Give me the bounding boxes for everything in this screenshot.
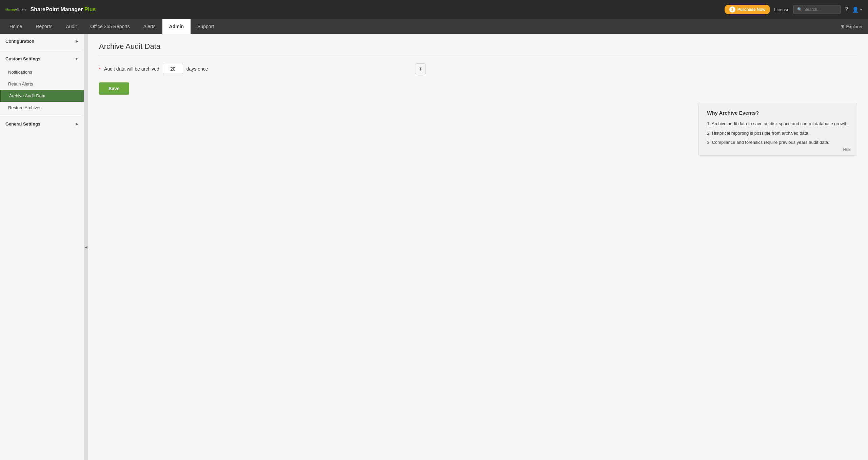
content-area: * Audit data will be archived days once … [99,63,857,156]
nav-support[interactable]: Support [191,19,221,34]
search-placeholder: Search... [804,7,821,12]
brand-manage-engine: ManageEngine [5,8,26,12]
sidebar-section-label: Configuration [5,39,34,44]
nav-alerts[interactable]: Alerts [137,19,162,34]
sidebar-item-notifications[interactable]: Notifications [0,66,84,78]
chevron-right-icon: ▶ [76,39,78,43]
sidebar-section-label: General Settings [5,121,40,127]
license-button[interactable]: License [774,7,789,12]
user-icon: 👤 [852,6,859,13]
info-item-1: 1. Archive audit data to save on disk sp… [707,120,849,127]
info-toggle-button[interactable]: ☀ [415,63,426,74]
info-panel-list: 1. Archive audit data to save on disk sp… [707,120,849,146]
navbar: Home Reports Audit Office 365 Reports Al… [0,19,868,34]
sidebar-divider-1 [0,50,84,50]
info-item-3: 3. Compliance and forensics require prev… [707,139,849,146]
sidebar-collapse-handle[interactable]: ◀ [84,34,88,460]
brand-logo: ManageEngine [5,8,26,12]
save-button[interactable]: Save [99,82,129,95]
info-panel: Why Archive Events? 1. Archive audit dat… [698,103,857,156]
sidebar-item-archive-audit-data[interactable]: Archive Audit Data [0,90,84,102]
nav-reports[interactable]: Reports [29,19,59,34]
sidebar-section-custom-settings: Custom Settings ▼ Notifications Retain A… [0,52,84,114]
explorer-button[interactable]: ⊞ Explorer [835,19,868,34]
chevron-right-icon: ▶ [76,122,78,126]
days-input[interactable] [163,64,183,74]
topbar: ManageEngine SharePoint Manager Plus $ P… [0,0,868,19]
purchase-icon: $ [729,6,735,13]
explorer-icon: ⊞ [841,24,844,29]
chevron-down-icon: ▼ [75,57,78,61]
sidebar-divider-2 [0,115,84,115]
nav-office365[interactable]: Office 365 Reports [83,19,136,34]
sidebar-items-custom-settings: Notifications Retain Alerts Archive Audi… [0,66,84,114]
collapse-arrow-icon: ◀ [85,245,87,249]
nav-admin[interactable]: Admin [162,19,191,34]
form-label: Audit data will be archived [104,66,159,72]
layout: Configuration ▶ Custom Settings ▼ Notifi… [0,34,868,460]
search-box[interactable]: 🔍 Search... [793,5,841,14]
purchase-button[interactable]: $ Purchase Now [725,5,770,14]
topbar-right: $ Purchase Now License 🔍 Search... ? 👤 ▼ [725,5,863,14]
sidebar-header-general-settings[interactable]: General Settings ▶ [0,117,84,131]
brand-title: SharePoint Manager Plus [31,6,96,13]
nav-home[interactable]: Home [3,19,29,34]
nav-audit[interactable]: Audit [59,19,83,34]
sidebar-section-general-settings: General Settings ▶ [0,117,84,131]
main-content: Archive Audit Data * Audit data will be … [88,34,868,460]
user-button[interactable]: 👤 ▼ [852,6,863,13]
days-label: days once [186,66,208,72]
page-title: Archive Audit Data [99,42,857,55]
search-icon: 🔍 [797,7,802,12]
help-button[interactable]: ? [845,6,848,13]
sidebar-section-label: Custom Settings [5,56,40,61]
form-row: * Audit data will be archived days once … [99,63,857,74]
sun-icon: ☀ [418,66,423,72]
sidebar-header-custom-settings[interactable]: Custom Settings ▼ [0,52,84,66]
sidebar-item-restore-archives[interactable]: Restore Archives [0,102,84,114]
top-row: * Audit data will be archived days once … [99,63,857,95]
user-chevron-icon: ▼ [860,8,863,11]
sidebar-section-configuration: Configuration ▶ [0,34,84,49]
sidebar: Configuration ▶ Custom Settings ▼ Notifi… [0,34,84,460]
required-star: * [99,66,101,72]
hide-link[interactable]: Hide [843,147,851,152]
info-panel-title: Why Archive Events? [707,110,849,116]
sidebar-item-retain-alerts[interactable]: Retain Alerts [0,78,84,90]
sidebar-header-configuration[interactable]: Configuration ▶ [0,34,84,49]
info-item-2: 2. Historical reporting is possible from… [707,130,849,137]
brand-area: ManageEngine SharePoint Manager Plus [5,6,96,13]
form-section: * Audit data will be archived days once … [99,63,857,95]
